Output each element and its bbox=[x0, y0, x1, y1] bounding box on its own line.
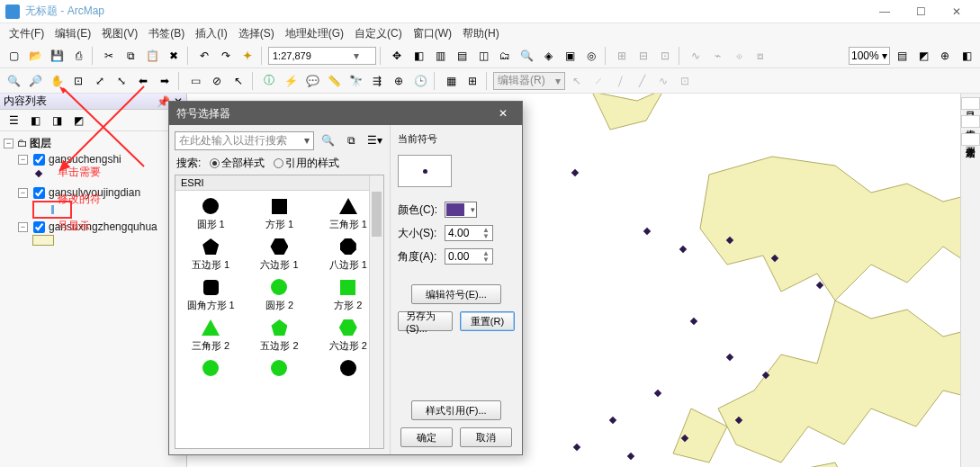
layer-checkbox-1[interactable] bbox=[33, 187, 45, 199]
dialog-titlebar[interactable]: 符号选择器 ✕ bbox=[169, 102, 522, 125]
tool-r1[interactable]: ▤ bbox=[892, 46, 912, 66]
tool-l[interactable]: ⊡ bbox=[655, 46, 675, 66]
ed-b[interactable]: ⟋ bbox=[589, 71, 608, 91]
chevron-down-icon[interactable]: ▾ bbox=[304, 134, 310, 147]
tool-b[interactable]: ◧ bbox=[409, 46, 428, 66]
tool-m[interactable]: ∿ bbox=[686, 46, 706, 66]
timeslider-icon[interactable]: 🕒 bbox=[410, 71, 430, 91]
htmlpopup-icon[interactable]: 💬 bbox=[302, 71, 322, 91]
symbol-circle1[interactable]: 圆形 1 bbox=[177, 196, 244, 231]
layer-checkbox-0[interactable] bbox=[33, 154, 45, 166]
symbol-rdsquare1[interactable]: 圆角方形 1 bbox=[177, 277, 244, 312]
cut-icon[interactable]: ✂ bbox=[99, 46, 119, 66]
radio-all-styles[interactable]: 全部样式 bbox=[210, 156, 265, 171]
findroute-icon[interactable]: ⇶ bbox=[367, 71, 387, 91]
reset-button[interactable]: 重置(R) bbox=[460, 311, 515, 331]
menu-geoproc[interactable]: 地理处理(G) bbox=[280, 26, 349, 41]
saveas-button[interactable]: 另存为(S)... bbox=[398, 311, 453, 331]
scale-combo[interactable]: ▾ bbox=[268, 47, 376, 65]
collapse-icon[interactable]: − bbox=[4, 139, 13, 148]
tool-c[interactable]: ▥ bbox=[430, 46, 450, 66]
search-opts-icon[interactable]: ⧉ bbox=[341, 130, 361, 150]
print-icon[interactable]: ⎙ bbox=[68, 46, 88, 66]
identify-icon[interactable]: ⓘ bbox=[259, 71, 279, 91]
goto-xy-icon[interactable]: ⊕ bbox=[389, 71, 409, 91]
ed-c[interactable]: ⧸ bbox=[610, 71, 630, 91]
tool-g[interactable]: ◈ bbox=[538, 46, 558, 66]
angle-spinner[interactable]: 0.00▲▼ bbox=[445, 248, 493, 265]
nextext-icon[interactable]: ➡ bbox=[155, 71, 175, 91]
close-button[interactable]: ✕ bbox=[939, 0, 975, 22]
select-icon[interactable]: ▭ bbox=[185, 71, 205, 91]
tool-e[interactable]: ◫ bbox=[473, 46, 493, 66]
menu-edit[interactable]: 编辑(E) bbox=[49, 26, 96, 41]
symbol-more1[interactable] bbox=[177, 358, 244, 391]
tool-d[interactable]: ▤ bbox=[452, 46, 472, 66]
edit-symbol-button[interactable]: 编辑符号(E)... bbox=[411, 284, 501, 304]
tool-r4[interactable]: ◧ bbox=[957, 46, 976, 66]
redo-icon[interactable]: ↷ bbox=[216, 46, 236, 66]
clearsel-icon[interactable]: ⊘ bbox=[207, 71, 227, 91]
color-picker[interactable]: ▾ bbox=[445, 202, 477, 218]
search-icon[interactable]: 🔍 bbox=[517, 46, 536, 66]
cancel-button[interactable]: 取消 bbox=[460, 427, 512, 447]
toc-root[interactable]: − 🗀 图层 bbox=[4, 135, 183, 151]
undo-icon[interactable]: ↶ bbox=[194, 46, 214, 66]
layer-checkbox-2[interactable] bbox=[33, 221, 45, 233]
dialog-close-icon[interactable]: ✕ bbox=[491, 102, 515, 125]
menu-bookmark[interactable]: 书签(B) bbox=[143, 26, 190, 41]
zoomin-icon[interactable]: 🔍 bbox=[4, 71, 23, 91]
toc-listbydraw-icon[interactable]: ☰ bbox=[4, 111, 23, 130]
delete-icon[interactable]: ✖ bbox=[164, 46, 184, 66]
tool-o[interactable]: ⟐ bbox=[729, 46, 749, 66]
collapse-icon[interactable]: − bbox=[18, 222, 28, 232]
radio-ref-styles[interactable]: 引用的样式 bbox=[274, 156, 339, 171]
symbol-more2[interactable] bbox=[246, 358, 312, 391]
minimize-button[interactable]: — bbox=[867, 0, 903, 22]
fullext-icon[interactable]: ⊡ bbox=[68, 71, 88, 91]
hyperlink-icon[interactable]: ⚡ bbox=[281, 71, 301, 91]
ed-f[interactable]: ⊡ bbox=[675, 71, 695, 91]
symbol-triangle2[interactable]: 三角形 2 bbox=[177, 318, 244, 353]
pan-icon[interactable]: ✋ bbox=[47, 71, 67, 91]
menu-help[interactable]: 帮助(H) bbox=[457, 26, 505, 41]
fixedzoomin-icon[interactable]: ⤢ bbox=[90, 71, 110, 91]
chevron-down-icon[interactable]: ▾ bbox=[354, 49, 359, 62]
scale-input[interactable] bbox=[273, 50, 354, 61]
fixedzoomout-icon[interactable]: ⤡ bbox=[112, 71, 131, 91]
right-tab-catalog[interactable]: 目录 bbox=[961, 97, 980, 110]
menu-custom[interactable]: 自定义(C) bbox=[349, 26, 408, 41]
tool-j[interactable]: ⊞ bbox=[612, 46, 632, 66]
paste-icon[interactable]: 📋 bbox=[142, 46, 162, 66]
polygon-symbol-2[interactable] bbox=[32, 235, 54, 246]
tool-n[interactable]: ⌁ bbox=[707, 46, 727, 66]
toc-listbysel-icon[interactable]: ◩ bbox=[68, 111, 88, 130]
tool-k[interactable]: ⊟ bbox=[634, 46, 653, 66]
zoomout-icon[interactable]: 🔎 bbox=[25, 71, 45, 91]
search-combo[interactable]: 在此处输入以进行搜索 ▾ bbox=[175, 131, 314, 150]
tool-ov2[interactable]: ⊞ bbox=[463, 71, 482, 91]
symbol-pentagon2[interactable]: 五边形 2 bbox=[246, 318, 312, 353]
tool-i[interactable]: ◎ bbox=[581, 46, 601, 66]
size-spinner[interactable]: 4.00▲▼ bbox=[445, 225, 493, 241]
open-icon[interactable]: 📂 bbox=[25, 46, 45, 66]
save-icon[interactable]: 💾 bbox=[47, 46, 67, 66]
ok-button[interactable]: 确定 bbox=[400, 427, 453, 447]
symbol-circle2[interactable]: 圆形 2 bbox=[246, 277, 312, 312]
menu-file[interactable]: 文件(F) bbox=[4, 26, 49, 41]
zoom-combo[interactable]: 100%▾ bbox=[849, 47, 890, 65]
tool-a[interactable]: ✥ bbox=[387, 46, 407, 66]
symbol-hexagon1[interactable]: 六边形 1 bbox=[246, 237, 312, 272]
search-go-icon[interactable]: 🔍 bbox=[318, 130, 337, 150]
menu-insert[interactable]: 插入(I) bbox=[190, 26, 232, 41]
new-icon[interactable]: ▢ bbox=[4, 46, 23, 66]
ed-d[interactable]: ╱ bbox=[632, 71, 652, 91]
ed-a[interactable]: ↖ bbox=[567, 71, 587, 91]
menu-select[interactable]: 选择(S) bbox=[233, 26, 280, 41]
copy-icon[interactable]: ⧉ bbox=[121, 46, 140, 66]
view-list-icon[interactable]: ☰▾ bbox=[364, 130, 384, 150]
toc-listbysource-icon[interactable]: ◧ bbox=[25, 111, 45, 130]
collapse-icon[interactable]: − bbox=[18, 155, 28, 165]
menu-window[interactable]: 窗口(W) bbox=[408, 26, 457, 41]
maximize-button[interactable]: ☐ bbox=[903, 0, 939, 22]
